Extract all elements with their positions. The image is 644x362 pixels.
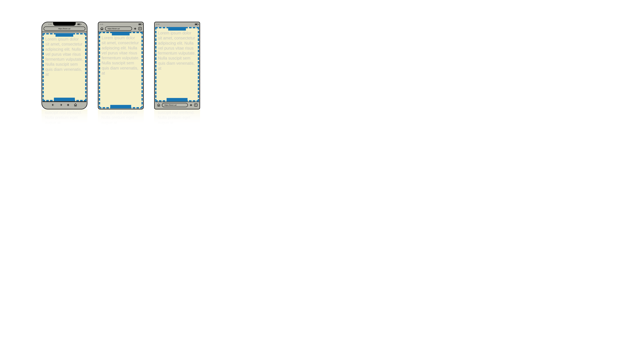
safe-area-bottom-marker: [166, 98, 188, 101]
clock-label: 11:45: [100, 23, 103, 25]
tabs-count-badge[interactable]: 5: [194, 103, 198, 107]
safe-area-bottom-marker: [110, 105, 131, 108]
url-bar[interactable]: https://bram.us/: [162, 103, 188, 107]
safe-area-top-marker: [56, 33, 73, 37]
clock-label: 11:45: [156, 23, 160, 25]
home-button[interactable]: [74, 103, 78, 107]
device-frame: 11:45 https://bram.us/ + 5 Lorem ipsum d…: [98, 22, 144, 109]
new-tab-button[interactable]: +: [133, 27, 137, 30]
url-bar[interactable]: https://bram.us/: [44, 26, 85, 31]
battery-icon: [195, 23, 198, 25]
url-text: https://bram.us/: [108, 28, 120, 29]
page-content-text: Lorem ipsum dolor sit amet, consectetur …: [46, 37, 84, 77]
device-frame: 11:45 https://bram.us/ Lorem ipsum dolor…: [42, 22, 88, 109]
reflection: suscipit nisl eleifend. Nulla pretium eg…: [42, 109, 88, 136]
battery-icon: [77, 23, 81, 25]
safe-area-top-marker: [168, 27, 186, 30]
device-mockup-a: 11:45 https://bram.us/ Lorem ipsum dolor…: [42, 22, 88, 109]
status-bar: 11:45: [156, 22, 198, 26]
status-bar: 11:45: [100, 22, 142, 26]
url-text: https://bram.us/: [58, 28, 70, 29]
browser-top-toolbar: https://bram.us/: [42, 26, 87, 32]
tabs-count-badge[interactable]: 5: [138, 27, 142, 30]
browser-bottom-toolbar: https://bram.us/ + 5: [155, 102, 199, 108]
url-text: https://bram.us/: [164, 104, 177, 106]
web-viewport: Lorem ipsum dolor sit amet, consectetur …: [99, 32, 143, 108]
url-bar[interactable]: https://bram.us/: [105, 26, 132, 31]
page-content-text: Lorem ipsum dolor sit amet, consectetur …: [102, 35, 140, 76]
back-button[interactable]: [51, 103, 55, 107]
clock-label: 11:45: [48, 23, 52, 25]
safe-area-top-marker: [112, 32, 130, 35]
device-mockup-c: 11:45 Lorem ipsum dolor sit amet, consec…: [154, 22, 200, 109]
device-mockup-b: 11:45 https://bram.us/ + 5 Lorem ipsum d…: [98, 22, 144, 109]
notch: [53, 22, 76, 26]
home-button[interactable]: [100, 27, 104, 30]
browser-top-toolbar: https://bram.us/ + 5: [98, 26, 143, 32]
device-frame: 11:45 Lorem ipsum dolor sit amet, consec…: [154, 22, 200, 109]
forward-button[interactable]: [59, 103, 62, 107]
page-content-text: Lorem ipsum dolor sit amet, consectetur …: [158, 30, 196, 71]
battery-icon: [138, 23, 142, 25]
reflection: suscipit nisl eleifend. Nulla pretium eg…: [154, 109, 200, 136]
new-tab-button[interactable]: +: [66, 103, 70, 107]
home-button[interactable]: [157, 103, 161, 107]
safe-area-bottom-marker: [54, 98, 75, 101]
web-viewport: Lorem ipsum dolor sit amet, consectetur …: [42, 33, 86, 101]
reflection: suscipit nisl eleifend. Nulla pretium eg…: [98, 109, 144, 136]
browser-bottom-toolbar: +: [42, 102, 86, 108]
web-viewport: Lorem ipsum dolor sit amet, consectetur …: [155, 27, 199, 101]
new-tab-button[interactable]: +: [189, 103, 193, 107]
